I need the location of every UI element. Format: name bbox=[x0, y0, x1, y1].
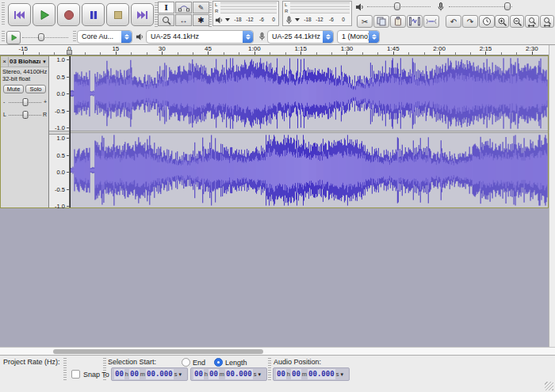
timeline-tick bbox=[485, 51, 486, 55]
multi-tool-button[interactable]: ✱ bbox=[193, 14, 209, 26]
playback-speed-slider[interactable] bbox=[22, 33, 68, 41]
pan-left-label: L bbox=[3, 112, 6, 117]
recording-meter[interactable]: L R -18-12-60 bbox=[282, 1, 352, 26]
play-at-speed-button[interactable] bbox=[6, 31, 21, 44]
snap-to-checkbox[interactable] bbox=[71, 370, 80, 379]
timeshift-tool-button[interactable]: ↔ bbox=[175, 14, 192, 26]
timeline-tick bbox=[147, 52, 147, 55]
time-field-part: 00 bbox=[209, 369, 219, 379]
record-button[interactable] bbox=[57, 3, 80, 26]
ibeam-icon: I bbox=[164, 3, 168, 12]
toolbar-grab-handle[interactable] bbox=[73, 31, 76, 43]
sync-lock-button[interactable] bbox=[479, 15, 495, 28]
mute-button[interactable]: Mute bbox=[3, 85, 24, 93]
waveform-left-channel[interactable] bbox=[70, 56, 548, 131]
timeline-tick bbox=[470, 52, 471, 55]
toolbar-grab-handle[interactable] bbox=[2, 31, 5, 43]
length-radio-label[interactable]: Length bbox=[225, 359, 247, 367]
silence-audio-button[interactable] bbox=[423, 15, 439, 28]
envelope-icon bbox=[178, 4, 189, 12]
selection-start-field[interactable]: 00h00m00.000s▾ bbox=[111, 367, 188, 381]
waveform-right-channel[interactable] bbox=[70, 133, 548, 207]
zoom-in-button[interactable] bbox=[495, 15, 509, 28]
selection-tool-button[interactable]: I bbox=[158, 2, 174, 13]
stop-button[interactable] bbox=[106, 3, 129, 26]
snap-to-label[interactable]: Snap To bbox=[83, 371, 109, 379]
horizontal-scrollbar-thumb[interactable] bbox=[53, 349, 263, 354]
selection-length-field[interactable]: 00h00m00.000s▾ bbox=[190, 367, 267, 381]
timeline-tick bbox=[178, 52, 178, 55]
output-volume-thumb[interactable] bbox=[394, 2, 400, 10]
pause-button[interactable] bbox=[82, 3, 105, 26]
timeline-tick bbox=[316, 52, 317, 55]
meter-scale-label: 0 bbox=[272, 17, 275, 22]
silence-icon bbox=[426, 17, 437, 26]
output-volume-slider[interactable] bbox=[367, 2, 431, 10]
cut-button[interactable]: ✂ bbox=[357, 15, 373, 28]
toolbar-grab-handle[interactable] bbox=[209, 2, 212, 27]
length-radio[interactable] bbox=[214, 358, 223, 367]
track-format-info: Stereo, 44100Hz bbox=[2, 68, 47, 75]
selection-start-label: Selection Start: bbox=[108, 358, 156, 366]
gain-thumb[interactable] bbox=[22, 98, 28, 106]
audio-host-select[interactable]: Core Au... bbox=[77, 30, 132, 44]
playback-speed-thumb[interactable] bbox=[38, 33, 44, 41]
rewind-button[interactable] bbox=[8, 3, 31, 26]
zoom-tool-button[interactable] bbox=[158, 14, 174, 26]
envelope-tool-button[interactable] bbox=[175, 2, 192, 13]
playback-device-select[interactable]: UA-25 44.1kHz bbox=[146, 30, 254, 44]
vertical-ruler-label: 0.5 bbox=[57, 74, 65, 81]
time-field-part: s bbox=[336, 371, 339, 378]
vertical-ruler-label: -0.5 bbox=[55, 108, 65, 115]
timeline-tick bbox=[85, 52, 86, 55]
track-close-icon[interactable]: × bbox=[1, 57, 9, 67]
draw-tool-button[interactable]: ✎ bbox=[193, 2, 209, 13]
copy-button[interactable] bbox=[373, 15, 389, 28]
recording-device-select[interactable]: UA-25 44.1kHz bbox=[267, 30, 334, 44]
pan-thumb[interactable] bbox=[22, 111, 28, 119]
gain-slider[interactable]: - + bbox=[2, 97, 48, 108]
end-radio-label[interactable]: End bbox=[193, 359, 205, 367]
audio-host-value: Core Au... bbox=[82, 32, 113, 40]
clock-icon bbox=[482, 17, 492, 26]
window-resize-grip[interactable] bbox=[545, 382, 553, 390]
zoom-out-button[interactable] bbox=[510, 15, 524, 28]
solo-button[interactable]: Solo bbox=[25, 85, 46, 93]
project-rate-label: Project Rate (Hz): bbox=[3, 358, 60, 366]
track-name[interactable]: 03 Biohazar bbox=[9, 58, 40, 65]
playback-meter[interactable]: L R -18-12-60 bbox=[212, 1, 279, 26]
end-radio[interactable] bbox=[182, 358, 190, 367]
recording-device-value: UA-25 44.1kHz bbox=[272, 32, 320, 40]
fast-forward-button[interactable] bbox=[131, 3, 154, 26]
undo-button[interactable]: ↶ bbox=[446, 15, 461, 28]
fit-selection-button[interactable] bbox=[525, 15, 539, 28]
audio-position-field[interactable]: 00h00m00.000s▾ bbox=[273, 367, 350, 381]
microphone-icon bbox=[285, 16, 293, 25]
vertical-scrollbar[interactable] bbox=[549, 45, 555, 347]
vertical-ruler-tick bbox=[67, 111, 69, 112]
trim-audio-button[interactable] bbox=[407, 15, 423, 28]
select-stepper-icon bbox=[323, 31, 333, 43]
track-menu-dropdown-icon[interactable]: ▼ bbox=[40, 59, 48, 64]
statusbar-grab-handle[interactable] bbox=[268, 358, 271, 382]
input-volume-thumb[interactable] bbox=[504, 2, 511, 10]
waveform-display[interactable] bbox=[70, 56, 548, 207]
play-button[interactable] bbox=[33, 3, 56, 26]
statusbar-grab-handle[interactable] bbox=[63, 358, 67, 382]
track-bitdepth-info: 32-bit float bbox=[2, 75, 30, 82]
toolbar-grab-handle[interactable] bbox=[2, 2, 5, 25]
timeline-ruler[interactable]: -1501530451:001:151:301:452:002:152:30 bbox=[0, 45, 549, 55]
playhead-marker[interactable] bbox=[67, 50, 72, 55]
horizontal-scrollbar[interactable] bbox=[0, 347, 555, 355]
paste-button[interactable] bbox=[390, 15, 406, 28]
meter-left-track bbox=[290, 2, 350, 7]
time-field-part: 00.000 bbox=[146, 369, 174, 379]
vertical-scale-ruler[interactable]: 1.00.50.0-0.5-1.0 1.00.50.0-0.5-1.0 bbox=[49, 56, 70, 207]
empty-track-area[interactable] bbox=[0, 208, 549, 347]
pan-slider[interactable]: L R bbox=[2, 110, 48, 120]
fit-project-button[interactable] bbox=[540, 15, 554, 28]
recording-channels-select[interactable]: 1 (Mono)... bbox=[337, 30, 380, 44]
redo-button[interactable]: ↷ bbox=[462, 15, 478, 28]
input-volume-slider[interactable] bbox=[449, 2, 512, 10]
audio-cursor-line bbox=[70, 56, 71, 207]
